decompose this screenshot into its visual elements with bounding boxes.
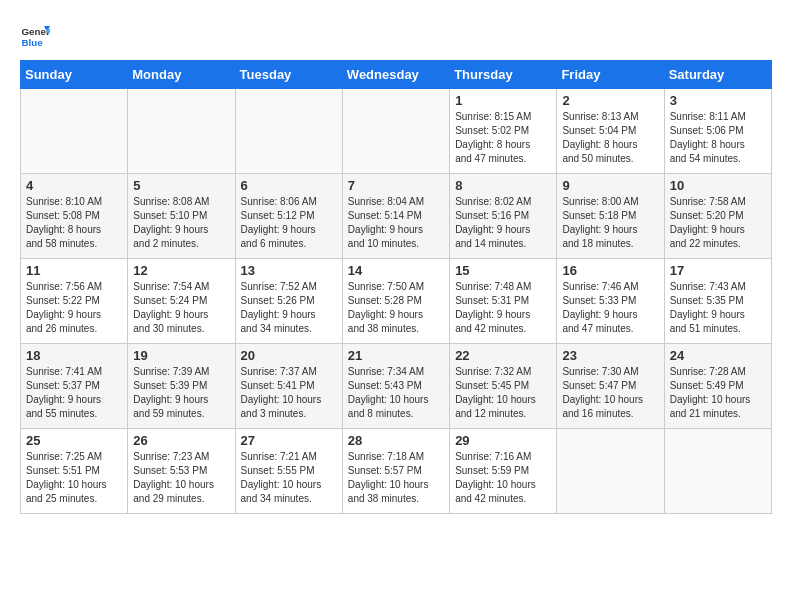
day-info: Sunrise: 7:54 AM Sunset: 5:24 PM Dayligh…: [133, 280, 229, 336]
day-number: 13: [241, 263, 337, 278]
calendar-cell: 21Sunrise: 7:34 AM Sunset: 5:43 PM Dayli…: [342, 344, 449, 429]
day-number: 27: [241, 433, 337, 448]
day-info: Sunrise: 8:04 AM Sunset: 5:14 PM Dayligh…: [348, 195, 444, 251]
week-row-1: 1Sunrise: 8:15 AM Sunset: 5:02 PM Daylig…: [21, 89, 772, 174]
calendar-cell: 7Sunrise: 8:04 AM Sunset: 5:14 PM Daylig…: [342, 174, 449, 259]
calendar-cell: 13Sunrise: 7:52 AM Sunset: 5:26 PM Dayli…: [235, 259, 342, 344]
day-info: Sunrise: 7:52 AM Sunset: 5:26 PM Dayligh…: [241, 280, 337, 336]
week-row-2: 4Sunrise: 8:10 AM Sunset: 5:08 PM Daylig…: [21, 174, 772, 259]
calendar-cell: [664, 429, 771, 514]
day-info: Sunrise: 8:02 AM Sunset: 5:16 PM Dayligh…: [455, 195, 551, 251]
day-number: 19: [133, 348, 229, 363]
weekday-header-wednesday: Wednesday: [342, 61, 449, 89]
week-row-4: 18Sunrise: 7:41 AM Sunset: 5:37 PM Dayli…: [21, 344, 772, 429]
day-number: 22: [455, 348, 551, 363]
calendar-cell: 1Sunrise: 8:15 AM Sunset: 5:02 PM Daylig…: [450, 89, 557, 174]
day-number: 17: [670, 263, 766, 278]
day-number: 4: [26, 178, 122, 193]
day-number: 2: [562, 93, 658, 108]
calendar: SundayMondayTuesdayWednesdayThursdayFrid…: [20, 60, 772, 514]
calendar-cell: 8Sunrise: 8:02 AM Sunset: 5:16 PM Daylig…: [450, 174, 557, 259]
calendar-cell: 15Sunrise: 7:48 AM Sunset: 5:31 PM Dayli…: [450, 259, 557, 344]
day-info: Sunrise: 7:50 AM Sunset: 5:28 PM Dayligh…: [348, 280, 444, 336]
calendar-cell: 10Sunrise: 7:58 AM Sunset: 5:20 PM Dayli…: [664, 174, 771, 259]
day-info: Sunrise: 7:25 AM Sunset: 5:51 PM Dayligh…: [26, 450, 122, 506]
day-info: Sunrise: 7:32 AM Sunset: 5:45 PM Dayligh…: [455, 365, 551, 421]
day-info: Sunrise: 8:11 AM Sunset: 5:06 PM Dayligh…: [670, 110, 766, 166]
calendar-cell: 20Sunrise: 7:37 AM Sunset: 5:41 PM Dayli…: [235, 344, 342, 429]
day-number: 21: [348, 348, 444, 363]
day-info: Sunrise: 8:10 AM Sunset: 5:08 PM Dayligh…: [26, 195, 122, 251]
day-number: 25: [26, 433, 122, 448]
day-number: 9: [562, 178, 658, 193]
day-info: Sunrise: 8:13 AM Sunset: 5:04 PM Dayligh…: [562, 110, 658, 166]
week-row-3: 11Sunrise: 7:56 AM Sunset: 5:22 PM Dayli…: [21, 259, 772, 344]
day-number: 29: [455, 433, 551, 448]
calendar-cell: 2Sunrise: 8:13 AM Sunset: 5:04 PM Daylig…: [557, 89, 664, 174]
calendar-cell: [557, 429, 664, 514]
page-header: General Blue: [20, 20, 772, 50]
day-info: Sunrise: 7:21 AM Sunset: 5:55 PM Dayligh…: [241, 450, 337, 506]
calendar-cell: [128, 89, 235, 174]
day-number: 10: [670, 178, 766, 193]
week-row-5: 25Sunrise: 7:25 AM Sunset: 5:51 PM Dayli…: [21, 429, 772, 514]
calendar-cell: 12Sunrise: 7:54 AM Sunset: 5:24 PM Dayli…: [128, 259, 235, 344]
logo-icon: General Blue: [20, 20, 50, 50]
day-number: 8: [455, 178, 551, 193]
calendar-cell: 27Sunrise: 7:21 AM Sunset: 5:55 PM Dayli…: [235, 429, 342, 514]
calendar-cell: 3Sunrise: 8:11 AM Sunset: 5:06 PM Daylig…: [664, 89, 771, 174]
day-info: Sunrise: 7:37 AM Sunset: 5:41 PM Dayligh…: [241, 365, 337, 421]
day-number: 11: [26, 263, 122, 278]
day-info: Sunrise: 7:46 AM Sunset: 5:33 PM Dayligh…: [562, 280, 658, 336]
day-number: 3: [670, 93, 766, 108]
calendar-cell: 16Sunrise: 7:46 AM Sunset: 5:33 PM Dayli…: [557, 259, 664, 344]
day-info: Sunrise: 8:08 AM Sunset: 5:10 PM Dayligh…: [133, 195, 229, 251]
calendar-cell: 5Sunrise: 8:08 AM Sunset: 5:10 PM Daylig…: [128, 174, 235, 259]
day-number: 20: [241, 348, 337, 363]
day-number: 26: [133, 433, 229, 448]
day-info: Sunrise: 8:00 AM Sunset: 5:18 PM Dayligh…: [562, 195, 658, 251]
calendar-cell: 23Sunrise: 7:30 AM Sunset: 5:47 PM Dayli…: [557, 344, 664, 429]
calendar-cell: [21, 89, 128, 174]
calendar-cell: 6Sunrise: 8:06 AM Sunset: 5:12 PM Daylig…: [235, 174, 342, 259]
calendar-cell: 11Sunrise: 7:56 AM Sunset: 5:22 PM Dayli…: [21, 259, 128, 344]
day-info: Sunrise: 8:15 AM Sunset: 5:02 PM Dayligh…: [455, 110, 551, 166]
day-number: 1: [455, 93, 551, 108]
calendar-cell: 17Sunrise: 7:43 AM Sunset: 5:35 PM Dayli…: [664, 259, 771, 344]
calendar-cell: 24Sunrise: 7:28 AM Sunset: 5:49 PM Dayli…: [664, 344, 771, 429]
day-info: Sunrise: 7:48 AM Sunset: 5:31 PM Dayligh…: [455, 280, 551, 336]
day-number: 18: [26, 348, 122, 363]
day-number: 28: [348, 433, 444, 448]
calendar-cell: 28Sunrise: 7:18 AM Sunset: 5:57 PM Dayli…: [342, 429, 449, 514]
calendar-cell: [235, 89, 342, 174]
calendar-cell: 26Sunrise: 7:23 AM Sunset: 5:53 PM Dayli…: [128, 429, 235, 514]
day-number: 12: [133, 263, 229, 278]
calendar-cell: 22Sunrise: 7:32 AM Sunset: 5:45 PM Dayli…: [450, 344, 557, 429]
calendar-cell: [342, 89, 449, 174]
day-info: Sunrise: 7:18 AM Sunset: 5:57 PM Dayligh…: [348, 450, 444, 506]
weekday-header-sunday: Sunday: [21, 61, 128, 89]
calendar-cell: 18Sunrise: 7:41 AM Sunset: 5:37 PM Dayli…: [21, 344, 128, 429]
day-number: 14: [348, 263, 444, 278]
calendar-cell: 14Sunrise: 7:50 AM Sunset: 5:28 PM Dayli…: [342, 259, 449, 344]
weekday-header-monday: Monday: [128, 61, 235, 89]
day-info: Sunrise: 7:28 AM Sunset: 5:49 PM Dayligh…: [670, 365, 766, 421]
day-info: Sunrise: 8:06 AM Sunset: 5:12 PM Dayligh…: [241, 195, 337, 251]
day-number: 24: [670, 348, 766, 363]
weekday-header-row: SundayMondayTuesdayWednesdayThursdayFrid…: [21, 61, 772, 89]
day-info: Sunrise: 7:30 AM Sunset: 5:47 PM Dayligh…: [562, 365, 658, 421]
day-info: Sunrise: 7:58 AM Sunset: 5:20 PM Dayligh…: [670, 195, 766, 251]
calendar-cell: 9Sunrise: 8:00 AM Sunset: 5:18 PM Daylig…: [557, 174, 664, 259]
weekday-header-thursday: Thursday: [450, 61, 557, 89]
day-number: 7: [348, 178, 444, 193]
day-info: Sunrise: 7:43 AM Sunset: 5:35 PM Dayligh…: [670, 280, 766, 336]
day-info: Sunrise: 7:56 AM Sunset: 5:22 PM Dayligh…: [26, 280, 122, 336]
day-info: Sunrise: 7:34 AM Sunset: 5:43 PM Dayligh…: [348, 365, 444, 421]
calendar-cell: 4Sunrise: 8:10 AM Sunset: 5:08 PM Daylig…: [21, 174, 128, 259]
svg-text:Blue: Blue: [22, 37, 44, 48]
day-number: 5: [133, 178, 229, 193]
day-number: 6: [241, 178, 337, 193]
day-info: Sunrise: 7:16 AM Sunset: 5:59 PM Dayligh…: [455, 450, 551, 506]
calendar-cell: 29Sunrise: 7:16 AM Sunset: 5:59 PM Dayli…: [450, 429, 557, 514]
day-number: 23: [562, 348, 658, 363]
